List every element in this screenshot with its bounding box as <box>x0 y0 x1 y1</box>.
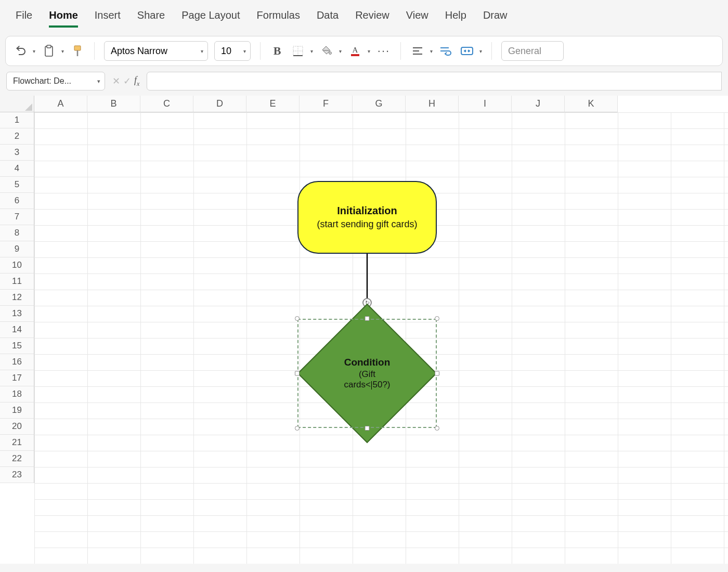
row-header[interactable]: 15 <box>0 338 34 354</box>
svg-rect-3 <box>77 50 79 56</box>
row-header[interactable]: 2 <box>0 128 34 145</box>
borders-dropdown-icon[interactable]: ▾ <box>310 48 313 54</box>
font-color-dropdown-icon[interactable]: ▾ <box>368 48 370 54</box>
row-header[interactable]: 4 <box>0 161 34 177</box>
format-painter-button[interactable] <box>70 44 85 58</box>
undo-dropdown-icon[interactable]: ▾ <box>33 48 35 54</box>
resize-handle[interactable] <box>295 426 300 431</box>
row-header[interactable]: 17 <box>0 370 34 386</box>
decision-title: Condition <box>297 357 437 368</box>
column-header[interactable]: H <box>406 96 459 112</box>
column-header[interactable]: I <box>459 96 512 112</box>
chevron-down-icon: ▾ <box>97 78 100 85</box>
ribbon-toolbar: ▾ ▾ Aptos Narrow ▾ 10 ▾ B ▾ <box>5 36 723 66</box>
align-dropdown-icon[interactable]: ▾ <box>430 48 433 54</box>
font-size-select[interactable]: 10 ▾ <box>214 41 251 61</box>
row-header[interactable]: 16 <box>0 354 34 370</box>
formula-controls: ✕ ✓ fx <box>109 75 142 88</box>
resize-handle[interactable] <box>295 316 300 321</box>
tab-page-layout[interactable]: Page Layout <box>181 9 240 28</box>
row-header[interactable]: 3 <box>0 145 34 161</box>
tab-file[interactable]: File <box>16 9 32 28</box>
row-header[interactable]: 7 <box>0 209 34 225</box>
align-button[interactable] <box>410 44 425 58</box>
row-header[interactable]: 12 <box>0 290 34 306</box>
svg-rect-15 <box>461 47 473 55</box>
accept-formula-button[interactable]: ✓ <box>123 75 131 87</box>
number-format-select[interactable]: General <box>501 41 564 61</box>
number-format-value: General <box>508 46 541 57</box>
resize-handle[interactable] <box>295 371 300 376</box>
select-all-corner[interactable] <box>0 96 34 112</box>
column-header[interactable]: B <box>87 96 140 112</box>
fill-dropdown-icon[interactable]: ▾ <box>339 48 342 54</box>
font-color-button[interactable]: A <box>348 44 362 58</box>
separator <box>260 42 261 60</box>
borders-button[interactable] <box>291 44 305 58</box>
wrap-text-button[interactable] <box>439 44 453 58</box>
more-options-button[interactable]: ··· <box>376 44 391 58</box>
name-box[interactable]: Flowchart: De... ▾ <box>6 72 105 90</box>
clipboard-button[interactable] <box>42 44 56 58</box>
tab-review[interactable]: Review <box>355 9 389 28</box>
tab-help[interactable]: Help <box>445 9 466 28</box>
flowchart-decision-shape[interactable]: ↻ Condition (Gift cards<50?) <box>297 319 437 428</box>
clipboard-dropdown-icon[interactable]: ▾ <box>61 48 64 54</box>
row-header[interactable]: 5 <box>0 177 34 193</box>
flowchart-terminator-shape[interactable]: Initialization (start sending gift cards… <box>297 181 437 254</box>
formula-bar-input[interactable] <box>147 72 722 90</box>
tab-insert[interactable]: Insert <box>95 9 121 28</box>
row-header[interactable]: 20 <box>0 419 34 435</box>
undo-button[interactable] <box>13 44 28 58</box>
row-header[interactable]: 19 <box>0 402 34 419</box>
column-header[interactable]: K <box>565 96 618 112</box>
row-header[interactable]: 22 <box>0 451 34 467</box>
cancel-formula-button[interactable]: ✕ <box>112 75 120 87</box>
row-header[interactable]: 21 <box>0 435 34 451</box>
column-header[interactable]: C <box>140 96 193 112</box>
decision-text[interactable]: Condition (Gift cards<50?) <box>297 357 437 390</box>
resize-handle[interactable] <box>365 316 370 321</box>
row-header[interactable]: 11 <box>0 274 34 290</box>
tab-view[interactable]: View <box>406 9 428 28</box>
tab-draw[interactable]: Draw <box>483 9 508 28</box>
cells-area[interactable]: Initialization (start sending gift cards… <box>34 112 728 564</box>
tab-share[interactable]: Share <box>137 9 165 28</box>
resize-handle[interactable] <box>435 316 439 321</box>
row-header[interactable]: 1 <box>0 112 34 128</box>
column-header[interactable]: J <box>512 96 565 112</box>
resize-handle[interactable] <box>365 426 370 431</box>
resize-handle[interactable] <box>435 371 439 376</box>
row-header[interactable]: 13 <box>0 306 34 322</box>
column-header[interactable]: E <box>246 96 300 112</box>
chevron-down-icon: ▾ <box>201 48 203 54</box>
column-headers[interactable]: ABCDEFGHIJK <box>34 96 728 112</box>
row-header[interactable]: 18 <box>0 386 34 402</box>
fx-icon[interactable]: fx <box>134 75 139 88</box>
svg-rect-1 <box>47 45 51 48</box>
column-header[interactable]: D <box>193 96 246 112</box>
separator <box>94 42 95 60</box>
row-headers[interactable]: 1234567891011121314151617181920212223 <box>0 112 34 483</box>
font-size-value: 10 <box>221 46 231 57</box>
tab-home[interactable]: Home <box>49 9 78 28</box>
row-header[interactable]: 10 <box>0 257 34 274</box>
merge-button[interactable] <box>460 44 474 58</box>
svg-point-8 <box>329 52 332 55</box>
row-header[interactable]: 14 <box>0 322 34 338</box>
merge-dropdown-icon[interactable]: ▾ <box>479 48 482 54</box>
tab-data[interactable]: Data <box>317 9 339 28</box>
font-name-select[interactable]: Aptos Narrow ▾ <box>104 41 208 61</box>
decision-line-2: (Gift <box>297 369 437 380</box>
bold-button[interactable]: B <box>270 44 284 58</box>
row-header[interactable]: 6 <box>0 193 34 209</box>
column-header[interactable]: A <box>34 96 87 112</box>
column-header[interactable]: G <box>353 96 406 112</box>
row-header[interactable]: 8 <box>0 225 34 241</box>
row-header[interactable]: 23 <box>0 467 34 483</box>
column-header[interactable]: F <box>300 96 353 112</box>
tab-formulas[interactable]: Formulas <box>257 9 300 28</box>
fill-color-button[interactable] <box>319 44 334 58</box>
row-header[interactable]: 9 <box>0 241 34 257</box>
resize-handle[interactable] <box>435 426 439 431</box>
